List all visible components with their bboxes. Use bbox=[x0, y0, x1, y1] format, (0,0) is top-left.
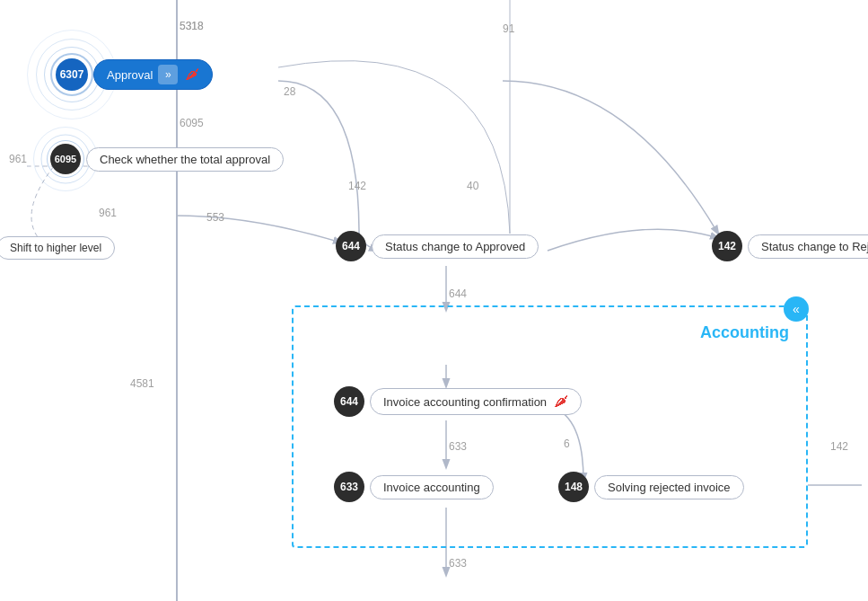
accounting-collapse-button[interactable]: « bbox=[784, 296, 809, 322]
node-644-invoice-id: 644 bbox=[340, 395, 358, 408]
node-644-invoice-label: Invoice accounting confirmation 🌶 bbox=[370, 388, 582, 415]
edge-label-961-left: 961 bbox=[9, 153, 27, 165]
edge-label-91: 91 bbox=[503, 22, 514, 35]
node-633-invoice-label: Invoice accounting bbox=[370, 475, 494, 499]
node-shift[interactable]: Shift to higher level bbox=[0, 236, 115, 260]
edge-label-961-bottom: 961 bbox=[99, 207, 117, 219]
node-6307-label: Approval » 🌶 bbox=[93, 59, 213, 90]
node-633-invoice[interactable]: 633 Invoice accounting bbox=[334, 472, 494, 502]
node-644-status[interactable]: 644 Status change to Approved bbox=[336, 231, 539, 261]
node-148-id: 148 bbox=[565, 481, 583, 493]
node-142-status[interactable]: 142 Status change to Rejected bbox=[712, 231, 868, 261]
edge-label-4581: 4581 bbox=[130, 377, 154, 390]
node-6095-id: 6095 bbox=[55, 154, 76, 164]
node-644-status-id: 644 bbox=[342, 240, 360, 252]
edge-label-633-bottom: 633 bbox=[449, 557, 467, 570]
node-shift-label: Shift to higher level bbox=[0, 236, 115, 260]
node-6307-expand[interactable]: » bbox=[158, 65, 178, 84]
accounting-title: Accounting bbox=[700, 323, 789, 342]
edge-label-644-right: 644 bbox=[449, 287, 467, 300]
node-6307-id: 6307 bbox=[60, 68, 84, 81]
node-644-invoice[interactable]: 644 Invoice accounting confirmation 🌶 bbox=[334, 386, 582, 417]
workflow-canvas: 5318 5318 6095 961 961 28 91 142 40 553 … bbox=[0, 0, 868, 601]
node-6095-label: Check whether the total approval bbox=[86, 147, 284, 172]
chili-icon-6307: 🌶 bbox=[185, 66, 199, 83]
edge-label-553: 553 bbox=[206, 211, 224, 224]
edge-label-6095: 6095 bbox=[180, 117, 204, 129]
node-148[interactable]: 148 Solving rejected invoice bbox=[558, 472, 744, 502]
node-633-invoice-id: 633 bbox=[340, 481, 358, 493]
edge-label-28: 28 bbox=[284, 85, 295, 98]
edge-label-5318-display: 5318 bbox=[180, 20, 204, 32]
chili-icon-644-invoice: 🌶 bbox=[554, 393, 568, 409]
edge-label-142: 142 bbox=[348, 180, 366, 192]
node-148-label: Solving rejected invoice bbox=[594, 475, 744, 499]
node-142-status-label: Status change to Rejected bbox=[748, 234, 868, 259]
edge-label-40: 40 bbox=[467, 180, 478, 192]
node-6095[interactable]: 6095 Check whether the total approval bbox=[50, 144, 284, 174]
node-6307[interactable]: 6307 Approval » 🌶 bbox=[56, 58, 213, 91]
node-142-status-id: 142 bbox=[718, 240, 736, 252]
edge-label-142-right: 142 bbox=[830, 440, 848, 453]
node-644-status-label: Status change to Approved bbox=[372, 234, 539, 259]
